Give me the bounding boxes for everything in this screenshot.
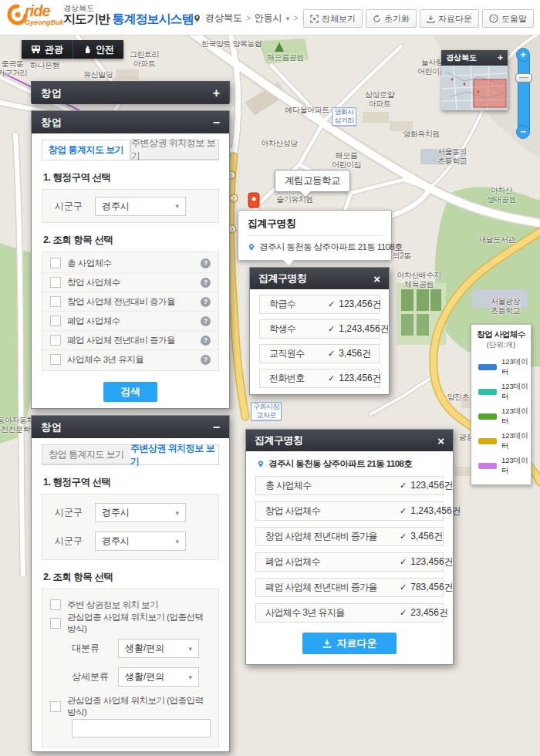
download-data-button[interactable]: 자료다운 — [302, 633, 397, 654]
breadcrumb-province[interactable]: 경상북도 — [205, 12, 242, 25]
detail-category-select[interactable]: 생활/편의 ▾ — [118, 667, 199, 687]
help-icon: ? — [489, 14, 498, 23]
checkbox-closed-growth[interactable] — [50, 335, 61, 346]
logo-text: ride — [25, 3, 64, 19]
safety-layer-button[interactable]: 안전 — [73, 40, 123, 59]
map-legend: 창업 사업체수 (단위:개) 123데이터 123데이터 123데이터 123데… — [471, 324, 532, 485]
tab-nearby-market[interactable]: 주변상권 위치정보 보기 — [130, 444, 219, 464]
map-zoom-slider: + − — [515, 48, 531, 139]
help-tooltip-icon[interactable]: ? — [201, 336, 211, 346]
refresh-icon — [373, 15, 381, 23]
panel-title: 창업 — [41, 116, 62, 130]
legend-item: 123데이터 — [471, 454, 531, 478]
search-button[interactable]: 검색 — [103, 382, 157, 402]
minimap-expand-button[interactable]: + — [498, 52, 503, 63]
business-stats-popup: 집계구명칭 × 경주시 동천동 상주아파트 21동 1108호 총 사업체수 ✓… — [245, 429, 454, 665]
check-icon: ✓ — [400, 532, 407, 542]
sigungu-select-2[interactable]: 경주시 ▾ — [95, 532, 186, 551]
sigungu-label: 시군구 — [55, 200, 86, 213]
help-tooltip-icon[interactable]: ? — [201, 258, 211, 268]
expand-icon[interactable]: + — [213, 87, 220, 100]
stat-row: 창업 사업체수 ✓1,243,456건 — [255, 501, 444, 521]
zoom-slider-track[interactable] — [518, 52, 530, 136]
stat-value: 1,243,456건 — [410, 505, 461, 518]
checkbox-startup-biz[interactable] — [50, 277, 61, 288]
location-pin-icon — [193, 13, 201, 24]
location-pin-icon — [257, 459, 265, 469]
chevron-down-icon: ▾ — [188, 645, 192, 653]
zoom-out-button[interactable]: − — [516, 125, 530, 139]
collapse-icon[interactable]: − — [213, 421, 220, 434]
sigungu-selected-value: 경주시 — [102, 535, 130, 548]
checkbox-startup-growth[interactable] — [50, 296, 61, 307]
close-icon[interactable]: × — [373, 273, 380, 285]
section-title-region: 1. 행정구역 선택 — [43, 171, 229, 184]
school-name-tooltip: 계림고등학교 — [275, 170, 350, 192]
map-label: 아차산성당 — [261, 139, 298, 148]
legend-swatch-teal — [478, 389, 497, 395]
chevron-down-icon[interactable]: ▾ — [286, 15, 290, 22]
zoom-in-button[interactable]: + — [516, 48, 530, 62]
minimap-title: 경상북도 — [446, 52, 477, 63]
help-tooltip-icon[interactable]: ? — [201, 355, 211, 365]
help-tooltip-icon[interactable]: ? — [201, 297, 211, 307]
svg-text:?: ? — [492, 15, 495, 22]
bus-icon — [31, 45, 41, 54]
legend-swatch-blue — [478, 364, 497, 370]
data-download-button[interactable]: 자료다운 — [420, 9, 479, 28]
tour-layer-button[interactable]: 관광 — [22, 40, 73, 59]
checkbox-retention[interactable] — [50, 354, 61, 365]
collapse-icon[interactable]: − — [213, 116, 220, 129]
data-download-label: 자료다운 — [438, 13, 472, 25]
check-icon: ✓ — [328, 373, 335, 383]
section-title-items: 2. 조회 항목 선택 — [43, 571, 229, 584]
tab-stats-map[interactable]: 창업 통계지도 보기 — [42, 444, 130, 464]
help-tooltip-icon[interactable]: ? — [201, 278, 211, 288]
zoom-slider-handle[interactable] — [515, 73, 532, 83]
site-title: 경상북도 지도기반 통계정보시스템 — [63, 4, 193, 26]
chevron-down-icon: ▾ — [175, 202, 179, 210]
popup-title: 집계구명칭 — [248, 217, 382, 236]
site-title-prefix: 지도기반 — [63, 12, 110, 25]
stat-value: 783,456건 — [410, 581, 453, 594]
view-all-label: 전체보기 — [322, 13, 356, 25]
legend-item: 123데이터 — [471, 380, 531, 404]
map-label: 해오름공원 — [267, 53, 304, 62]
legend-swatch-green — [478, 413, 497, 420]
pride-gyeongbuk-logo[interactable]: ride GyeongBuk — [6, 3, 64, 26]
checkbox-closed-biz[interactable] — [50, 316, 61, 326]
stat-value: 23,456건 — [410, 606, 448, 619]
breadcrumb-city[interactable]: 안동시 — [255, 12, 282, 25]
industry-input[interactable] — [72, 719, 211, 737]
major-category-label: 대분류 — [72, 642, 109, 655]
minimap-thumbnail[interactable] — [441, 66, 508, 110]
sigungu-select-1[interactable]: 경주시 ▾ — [95, 503, 186, 522]
checkbox-total-biz[interactable] — [50, 258, 61, 268]
checkbox-industry-input[interactable] — [50, 701, 61, 712]
help-tooltip-icon[interactable]: ? — [201, 316, 211, 326]
site-title-accent: 통계정보시스템 — [112, 12, 193, 25]
stat-value: 123,456건 — [339, 298, 381, 311]
reset-button[interactable]: 초기화 — [366, 9, 417, 28]
startup-stats-panel: 창업 − 창업 통계지도 보기 주변상권 위치정보 보기 1. 행정구역 선택 … — [31, 110, 230, 409]
map-label: 새날도서관 — [478, 235, 515, 245]
help-button[interactable]: ? 도움말 — [482, 9, 534, 28]
checkbox-industry-select[interactable] — [50, 618, 61, 629]
tab-nearby-market[interactable]: 주변상권 위치정보 보기 — [130, 140, 219, 160]
view-all-button[interactable]: 전체보기 — [303, 9, 363, 28]
close-icon[interactable]: × — [437, 435, 444, 447]
startup-location-panel: 창업 − 창업 통계지도 보기 주변상권 위치정보 보기 1. 행정구역 선택 … — [31, 415, 230, 752]
safety-layer-label: 안전 — [96, 43, 114, 56]
sigungu-select[interactable]: 경주시 ▾ — [95, 197, 186, 216]
legend-unit: (단위:개) — [471, 340, 531, 350]
breadcrumb-separator: > — [293, 14, 298, 22]
item-row-retention: 사업체수 3년 유지율 ? — [42, 349, 218, 369]
major-category-select[interactable]: 생활/편의 ▾ — [118, 639, 199, 658]
minimap-graphics — [441, 66, 508, 110]
app-header: ride GyeongBuk 경상북도 지도기반 통계정보시스템 경상북도 > … — [0, 0, 540, 35]
header-buttons: 전체보기 초기화 자료다운 ? 도움말 — [303, 9, 534, 28]
reset-label: 초기화 — [384, 13, 410, 25]
checkbox-nearby-market[interactable] — [50, 599, 61, 610]
tab-stats-map[interactable]: 창업 통계지도 보기 — [42, 140, 130, 160]
popup-title: 집계구명칭 — [258, 272, 307, 285]
